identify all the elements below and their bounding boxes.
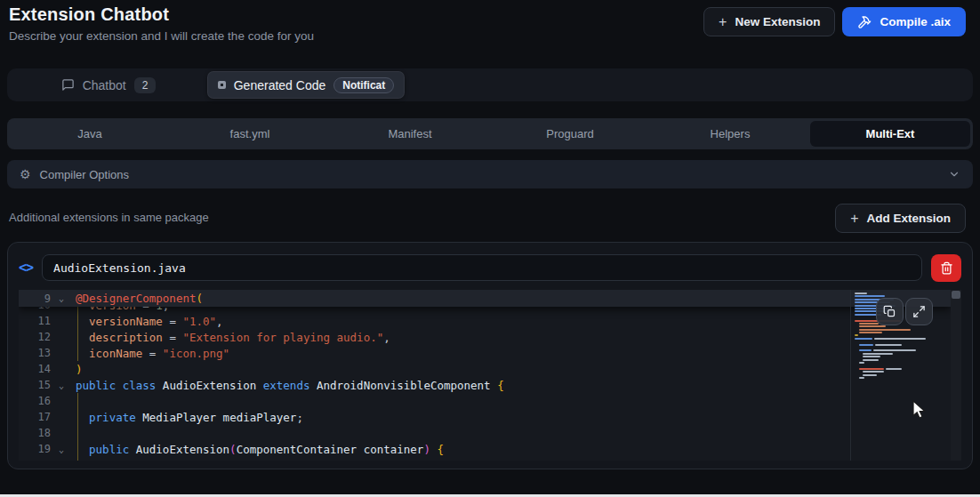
window-dot-icon xyxy=(218,81,226,89)
expand-code-button[interactable] xyxy=(905,298,933,325)
page-subtitle: Describe your extension and I will creat… xyxy=(9,29,314,43)
code-line-17[interactable]: 17 private MediaPlayer mediaPlayer; xyxy=(19,409,961,425)
copy-icon xyxy=(883,305,896,318)
line-number: 11 xyxy=(19,315,51,327)
indent-guide xyxy=(77,329,78,345)
sticky-scroll-line[interactable]: 9 ⌄ @DesignerComponent( xyxy=(19,290,951,307)
code-brackets-icon: <> xyxy=(19,260,33,276)
hammer-icon xyxy=(857,15,872,29)
plus-icon: + xyxy=(719,15,727,29)
chatbot-count-badge: 2 xyxy=(134,77,157,93)
copy-code-button[interactable] xyxy=(876,298,904,325)
file-tab-java[interactable]: Java xyxy=(10,121,170,147)
filename-input[interactable] xyxy=(42,254,922,281)
line-number: 18 xyxy=(19,427,51,439)
line-number: 15 xyxy=(19,379,51,391)
tab-chatbot[interactable]: Chatbot 2 xyxy=(10,71,207,99)
code-line-text: @DesignerComponent( xyxy=(72,292,203,305)
add-extension-label: Add Extension xyxy=(866,212,951,225)
compile-aix-button[interactable]: Compile .aix xyxy=(842,7,966,36)
indent-guide xyxy=(77,441,78,457)
file-tab-helpers[interactable]: Helpers xyxy=(650,121,810,147)
indent-guide xyxy=(77,345,78,361)
fold-chevron-icon[interactable]: ⌄ xyxy=(51,381,72,390)
fold-chevron-icon[interactable]: ⌄ xyxy=(51,293,72,303)
code-editor[interactable]: 10 version = 1,11 versionName = "1.0",12… xyxy=(19,290,961,461)
new-extension-label: New Extension xyxy=(735,15,820,28)
indent-guide xyxy=(77,457,78,461)
chat-bubble-icon xyxy=(61,78,75,92)
file-row: <> xyxy=(19,253,961,282)
code-line-16[interactable]: 16 xyxy=(19,393,961,409)
tab-generated-code[interactable]: Generated Code Notificat xyxy=(207,71,405,99)
page-header: Extension Chatbot Describe your extensio… xyxy=(9,4,314,43)
code-line-14[interactable]: 14) xyxy=(19,361,961,377)
compiler-options-toggle[interactable]: ⚙ Compiler Options xyxy=(7,160,973,188)
editor-overlay-buttons xyxy=(876,298,933,325)
indent-guide xyxy=(77,313,78,329)
code-line-text: private MediaPlayer mediaPlayer; xyxy=(72,411,303,424)
compile-label: Compile .aix xyxy=(880,15,951,28)
code-line-20[interactable]: 20 super(container.$form()); xyxy=(19,457,961,461)
file-tab-strip: Javafast.ymlManifestProguardHelpersMulti… xyxy=(7,118,973,149)
chevron-down-icon xyxy=(948,168,960,180)
main-tab-strip: Chatbot 2 Generated Code Notificat xyxy=(7,68,973,101)
line-number: 20 xyxy=(19,459,51,461)
tab-generated-code-label: Generated Code xyxy=(234,78,326,92)
extensions-caption: Additional extensions in same package xyxy=(9,211,209,224)
compiler-options-label: Compiler Options xyxy=(40,168,948,181)
code-line-text: public AudioExtension(ComponentContainer… xyxy=(72,443,444,456)
code-line-text: ) xyxy=(72,363,83,376)
code-line-13[interactable]: 13 iconName = "icon.png" xyxy=(19,345,961,361)
expand-icon xyxy=(912,305,926,318)
add-extension-button[interactable]: + Add Extension xyxy=(835,204,966,233)
gear-icon: ⚙ xyxy=(20,168,31,180)
line-number: 9 xyxy=(19,293,51,305)
line-number: 12 xyxy=(19,331,51,343)
file-tab-multi-ext[interactable]: Multi-Ext xyxy=(810,121,970,147)
indent-guide xyxy=(77,425,78,441)
code-line-text: versionName = "1.0", xyxy=(72,315,223,328)
line-number: 19 xyxy=(19,443,51,455)
page-title: Extension Chatbot xyxy=(9,4,314,25)
scrollbar-thumb[interactable] xyxy=(952,291,960,299)
file-tab-proguard[interactable]: Proguard xyxy=(490,121,650,147)
file-tab-manifest[interactable]: Manifest xyxy=(330,121,490,147)
plus-icon: + xyxy=(850,212,858,226)
fold-chevron-icon[interactable]: ⌄ xyxy=(51,445,72,454)
trash-icon xyxy=(940,261,953,275)
file-tab-fast-yml[interactable]: fast.yml xyxy=(170,121,330,147)
code-line-text: iconName = "icon.png" xyxy=(72,347,229,360)
indent-guide xyxy=(77,409,78,425)
extension-editor-card: <> 10 version = 1,11 versionName = "1.0"… xyxy=(7,242,973,469)
code-line-15[interactable]: 15⌄public class AudioExtension extends A… xyxy=(19,377,961,393)
code-line-12[interactable]: 12 description = "Extension for playing … xyxy=(19,329,961,345)
code-line-text: public class AudioExtension extends Andr… xyxy=(72,379,504,392)
code-line-text: super(container.$form()); xyxy=(72,459,269,461)
line-number: 13 xyxy=(19,347,51,359)
line-number: 17 xyxy=(19,411,51,423)
line-number: 16 xyxy=(19,395,51,407)
scrollbar-track[interactable] xyxy=(951,290,961,461)
new-extension-button[interactable]: + New Extension xyxy=(703,7,835,36)
code-line-text: description = "Extension for playing aud… xyxy=(72,331,390,344)
line-number: 14 xyxy=(19,363,51,375)
delete-extension-button[interactable] xyxy=(931,254,961,282)
indent-guide xyxy=(77,393,78,409)
header-actions: + New Extension Compile .aix xyxy=(703,7,966,36)
tab-chatbot-label: Chatbot xyxy=(83,78,126,92)
notification-badge: Notificat xyxy=(333,77,394,93)
code-line-11[interactable]: 11 versionName = "1.0", xyxy=(19,313,961,329)
code-line-18[interactable]: 18 xyxy=(19,425,961,441)
code-line-19[interactable]: 19⌄ public AudioExtension(ComponentConta… xyxy=(19,441,961,457)
